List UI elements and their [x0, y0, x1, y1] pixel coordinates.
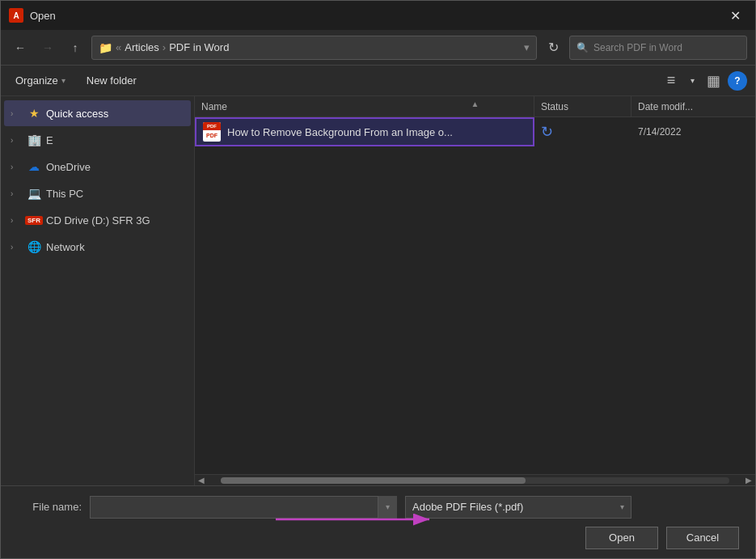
pdf-text: PDF — [206, 133, 218, 138]
chevron-icon: › — [11, 243, 22, 252]
sort-arrow-icon: ▲ — [471, 100, 479, 108]
toolbar: Organize ▾ New folder ≡ ▾ ▦ ? — [1, 66, 755, 96]
search-box[interactable]: 🔍 Search PDF in Word — [569, 36, 747, 60]
main-content: › ★ Quick access › 🏢 E › ☁ OneDrive › 💻 … — [1, 96, 755, 485]
sidebar-label-this-pc: This PC — [46, 188, 83, 200]
help-button[interactable]: ? — [728, 71, 747, 91]
file-name-label: File name: — [17, 501, 82, 513]
network-icon: 🌐 — [27, 239, 41, 254]
title-bar-left: A Open — [9, 8, 56, 23]
bottom-row-buttons: Open Cancel — [17, 527, 739, 549]
view-controls: ≡ ▾ ▦ ? — [660, 70, 747, 92]
sidebar-label-e: E — [46, 134, 53, 146]
organize-button[interactable]: Organize ▾ — [9, 71, 72, 90]
onedrive-icon: ☁ — [27, 159, 41, 174]
cancel-button[interactable]: Cancel — [666, 527, 739, 549]
up-button[interactable]: ↑ — [64, 36, 87, 59]
col-header-status[interactable]: Status — [534, 96, 631, 116]
file-type-chevron-icon: ▾ — [620, 502, 624, 511]
view-list-button[interactable]: ≡ — [660, 70, 682, 92]
path-part-2: PDF in Word — [169, 41, 229, 53]
new-folder-button[interactable]: New folder — [80, 71, 143, 90]
file-name-input[interactable] — [90, 496, 397, 519]
new-folder-label: New folder — [87, 74, 137, 87]
file-cell-status: ↻ — [534, 117, 631, 146]
star-icon: ★ — [27, 106, 41, 121]
title-bar: A Open ✕ — [1, 1, 755, 30]
file-cell-name: PDF PDF How to Remove Background From an… — [195, 117, 534, 146]
file-cell-date: 7/14/2022 — [631, 117, 755, 146]
chevron-icon: › — [11, 136, 22, 145]
chevron-icon: › — [11, 163, 22, 172]
sidebar: › ★ Quick access › 🏢 E › ☁ OneDrive › 💻 … — [1, 96, 195, 485]
chevron-icon: › — [11, 189, 22, 198]
col-header-name[interactable]: Name — [195, 96, 534, 116]
search-placeholder: Search PDF in Word — [593, 42, 682, 53]
cd-icon: SFR — [27, 213, 41, 227]
file-name: How to Remove Background From an Image o… — [227, 126, 453, 138]
sync-icon: ↻ — [541, 123, 553, 141]
view-grid-icon: ▦ — [707, 72, 720, 90]
sidebar-label-onedrive: OneDrive — [46, 161, 91, 173]
view-chevron-button[interactable]: ▾ — [686, 70, 699, 92]
bottom-row-filename: File name: ▾ Adobe PDF Files (*.pdf) ▾ — [17, 496, 739, 519]
folder-icon: 📁 — [99, 41, 112, 54]
file-list: PDF PDF How to Remove Background From an… — [195, 117, 755, 474]
reload-button[interactable]: ↻ — [542, 36, 564, 59]
scroll-left-button[interactable]: ◀ — [195, 475, 208, 486]
file-type-value: Adobe PDF Files (*.pdf) — [412, 501, 523, 513]
path-separator-1: « — [116, 41, 121, 53]
filename-dropdown-button[interactable]: ▾ — [378, 496, 397, 519]
scroll-right-button[interactable]: ▶ — [742, 475, 755, 486]
sidebar-item-quick-access[interactable]: › ★ Quick access — [4, 100, 191, 126]
table-row[interactable]: PDF PDF How to Remove Background From an… — [195, 117, 755, 146]
sidebar-item-onedrive[interactable]: › ☁ OneDrive — [4, 154, 191, 180]
address-path[interactable]: 📁 « Articles › PDF in Word ▾ — [91, 36, 537, 60]
organize-chevron-icon: ▾ — [61, 76, 65, 85]
organize-label: Organize — [15, 74, 58, 87]
column-header: ▲ Name Status Date modif... — [195, 96, 755, 117]
sidebar-label-network: Network — [46, 241, 85, 253]
sidebar-item-e[interactable]: › 🏢 E — [4, 127, 191, 153]
bottom-bar: File name: ▾ Adobe PDF Files (*.pdf) ▾ O… — [1, 485, 755, 558]
chevron-icon: › — [11, 109, 22, 118]
file-name-input-wrapper: ▾ — [90, 496, 397, 519]
search-icon: 🔍 — [577, 42, 589, 53]
path-arrow: › — [163, 41, 166, 53]
app-icon: A — [9, 8, 23, 23]
scrollbar-thumb[interactable] — [221, 477, 526, 484]
dialog-title: Open — [30, 10, 56, 22]
forward-button[interactable]: → — [36, 36, 59, 59]
path-dropdown-icon: ▾ — [524, 41, 530, 53]
pdf-file-icon: PDF PDF — [203, 122, 221, 142]
close-button[interactable]: ✕ — [723, 3, 747, 28]
path-part-1: Articles — [125, 41, 159, 53]
horizontal-scrollbar[interactable]: ◀ ▶ — [195, 474, 755, 485]
address-bar: ← → ↑ 📁 « Articles › PDF in Word ▾ ↻ 🔍 S… — [1, 30, 755, 66]
sidebar-label-quick-access: Quick access — [46, 108, 108, 120]
building-icon: 🏢 — [27, 133, 41, 147]
col-header-date[interactable]: Date modif... — [631, 96, 755, 116]
sidebar-item-this-pc[interactable]: › 💻 This PC — [4, 180, 191, 206]
open-dialog: A Open ✕ ← → ↑ 📁 « Articles › PDF in Wor… — [0, 0, 756, 559]
open-button[interactable]: Open — [585, 527, 658, 549]
file-type-select[interactable]: Adobe PDF Files (*.pdf) ▾ — [405, 496, 631, 519]
sidebar-label-cd-drive: CD Drive (D:) SFR 3G — [46, 214, 150, 227]
scrollbar-track[interactable] — [221, 477, 729, 484]
pdf-banner: PDF — [203, 122, 221, 130]
view-list-icon: ≡ — [667, 72, 676, 89]
back-button[interactable]: ← — [9, 36, 32, 59]
view-grid-button[interactable]: ▦ — [702, 70, 724, 92]
sidebar-item-network[interactable]: › 🌐 Network — [4, 234, 191, 260]
file-area: ▲ Name Status Date modif... PDF PDF How … — [195, 96, 755, 485]
chevron-icon: › — [11, 216, 22, 225]
computer-icon: 💻 — [27, 186, 41, 201]
sidebar-item-cd-drive[interactable]: › SFR CD Drive (D:) SFR 3G — [4, 207, 191, 233]
